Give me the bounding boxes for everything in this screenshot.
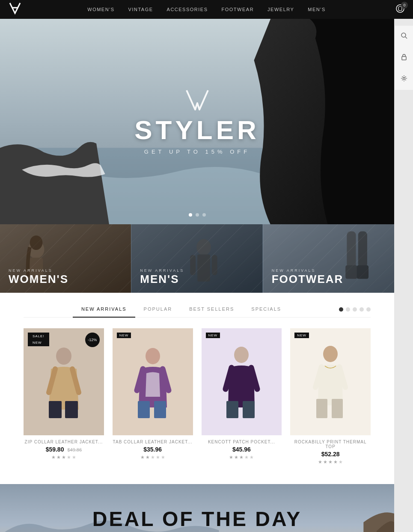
product-card-2[interactable]: NEW TAB COLLAR LEATHER JACKET...	[113, 328, 193, 467]
star-1-5: ★	[72, 455, 76, 460]
footwear-sub: NEW ARRIVALS	[272, 268, 386, 273]
category-banners: NEW ARRIVALS WOMEN'S	[0, 224, 394, 293]
badge-sale: SALE!	[30, 333, 47, 339]
product-figure-3	[214, 341, 269, 422]
hero-logo-symbol	[134, 88, 260, 115]
product-badge-sale: SALE! NEW	[28, 333, 49, 346]
star-3-5: ★	[250, 455, 254, 460]
hero-banner: STYLER GET UP TO 15% OFF	[0, 19, 394, 224]
svg-rect-29	[154, 401, 166, 418]
tab-dot-2[interactable]	[346, 307, 350, 312]
hero-dot-2[interactable]	[196, 213, 199, 217]
tab-dot-1[interactable]	[339, 307, 343, 312]
tab-links: NEW ARRIVALS POPULAR BEST SELLERS SPECIA…	[24, 301, 339, 317]
footwear-text: NEW ARRIVALS FOOTWEAR	[263, 262, 394, 293]
star-4-4: ★	[333, 459, 338, 465]
svg-rect-34	[316, 399, 327, 418]
product-name-2: TAB COLLAR LEATHER JACKET...	[113, 440, 193, 444]
star-2-4: ★	[156, 455, 160, 460]
star-1-3: ★	[62, 455, 66, 460]
svg-rect-32	[243, 401, 255, 418]
hero-title: STYLER	[134, 115, 260, 145]
category-womens[interactable]: NEW ARRIVALS WOMEN'S	[0, 224, 131, 293]
tab-dot-3[interactable]	[353, 307, 357, 312]
product-image-3: NEW	[202, 328, 282, 435]
product-tabs: NEW ARRIVALS POPULAR BEST SELLERS SPECIA…	[24, 293, 371, 318]
products-section: NEW ARRIVALS POPULAR BEST SELLERS SPECIA…	[0, 293, 394, 484]
category-footwear[interactable]: NEW ARRIVALS FOOTWEAR	[263, 224, 394, 293]
mens-sub: NEW ARRIVALS	[140, 268, 254, 273]
footwear-title: FOOTWEAR	[272, 273, 386, 286]
tab-new-arrivals[interactable]: NEW ARRIVALS	[73, 301, 135, 318]
product-name-4: ROCKABILLY PRINT THERMAL TOP	[290, 440, 371, 449]
gear-icon[interactable]	[398, 73, 410, 86]
star-2-1: ★	[140, 455, 145, 460]
product-stars-1: ★ ★ ★ ★ ★	[24, 455, 104, 460]
nav-vintage[interactable]: VINTAGE	[128, 7, 153, 12]
nav-jewelry[interactable]: JEWELRY	[267, 7, 294, 12]
svg-point-33	[323, 346, 338, 362]
tab-pagination	[339, 307, 371, 312]
tab-dot-4[interactable]	[360, 307, 364, 312]
nav-womens[interactable]: WOMEN'S	[87, 7, 114, 12]
svg-rect-25	[49, 401, 62, 418]
hero-text: STYLER GET UP TO 15% OFF	[134, 88, 260, 155]
womens-title: WOMEN'S	[9, 273, 122, 286]
badge-new: NEW	[30, 340, 47, 345]
category-mens[interactable]: NEW ARRIVALS MEN'S	[131, 224, 263, 293]
svg-rect-31	[226, 401, 238, 418]
product-stars-4: ★ ★ ★ ★ ★	[290, 459, 371, 465]
product-card-3[interactable]: NEW KENCOTT PATCH POCKET... $45.96	[202, 328, 282, 467]
product-card-4[interactable]: NEW ROCKABILLY PRINT THERMAL TOP	[290, 328, 371, 467]
svg-point-4	[403, 77, 405, 80]
svg-point-1	[401, 33, 406, 37]
search-icon[interactable]	[398, 30, 410, 43]
product-price-3: $45.96	[232, 446, 251, 453]
badge-new-4: NEW	[294, 333, 309, 338]
star-1-2: ★	[56, 455, 61, 460]
svg-rect-26	[65, 401, 78, 418]
mens-text: NEW ARRIVALS MEN'S	[131, 262, 262, 293]
product-image-1: SALE! NEW -12%	[24, 328, 104, 435]
nav-footwear[interactable]: FOOTWEAR	[222, 7, 254, 12]
product-price-wrap-2: $35.96	[113, 444, 193, 453]
product-price-wrap-3: $45.96	[202, 444, 282, 453]
product-price-2: $35.96	[143, 446, 162, 453]
product-price-wrap-1: $59.80 $49.86	[24, 444, 104, 453]
badge-new-3: NEW	[206, 333, 220, 338]
deal-text: DEAL OF THE DAY UP TO 30% OFF SHOP NOW!	[92, 507, 302, 532]
product-grid: SALE! NEW -12% ZIP COLLAR LEATHER JACKE	[24, 328, 371, 467]
svg-rect-3	[402, 56, 406, 60]
product-card-1[interactable]: SALE! NEW -12% ZIP COLLAR LEATHER JACKE	[24, 328, 104, 467]
womens-text: NEW ARRIVALS WOMEN'S	[0, 262, 131, 293]
hero-dots	[189, 213, 206, 217]
product-stars-3: ★ ★ ★ ★ ★	[202, 455, 282, 460]
svg-rect-28	[138, 401, 150, 418]
top-navigation: WOMEN'S VINTAGE ACCESSORIES FOOTWEAR JEW…	[0, 0, 413, 19]
hero-dot-3[interactable]	[202, 213, 206, 217]
site-logo[interactable]	[9, 2, 26, 17]
star-4-1: ★	[318, 459, 322, 465]
tab-popular[interactable]: POPULAR	[135, 301, 181, 318]
tab-dot-5[interactable]	[366, 307, 371, 312]
svg-line-2	[405, 37, 407, 39]
lock-icon[interactable]	[398, 51, 410, 64]
right-sidebar	[394, 26, 413, 90]
product-discount-1: -12%	[85, 333, 100, 347]
product-figure-1	[36, 341, 92, 422]
product-name-1: ZIP COLLAR LEATHER JACKET...	[24, 440, 104, 444]
deal-title: DEAL OF THE DAY	[92, 507, 302, 531]
nav-mens[interactable]: MEN'S	[308, 7, 325, 12]
product-price-old-1: $49.86	[67, 447, 82, 452]
tab-specials[interactable]: SPECIALS	[243, 301, 290, 318]
cart-button[interactable]: 0	[396, 4, 404, 15]
product-stars-2: ★ ★ ★ ★ ★	[113, 455, 193, 460]
star-2-2: ★	[146, 455, 150, 460]
tab-best-sellers[interactable]: BEST SELLERS	[181, 301, 243, 318]
womens-sub: NEW ARRIVALS	[9, 268, 122, 273]
product-info-1: ZIP COLLAR LEATHER JACKET... $59.80 $49.…	[24, 435, 104, 462]
nav-accessories[interactable]: ACCESSORIES	[167, 7, 208, 12]
star-3-1: ★	[229, 455, 233, 460]
hero-dot-1[interactable]	[189, 213, 192, 217]
product-price-1: $59.80	[46, 446, 64, 453]
